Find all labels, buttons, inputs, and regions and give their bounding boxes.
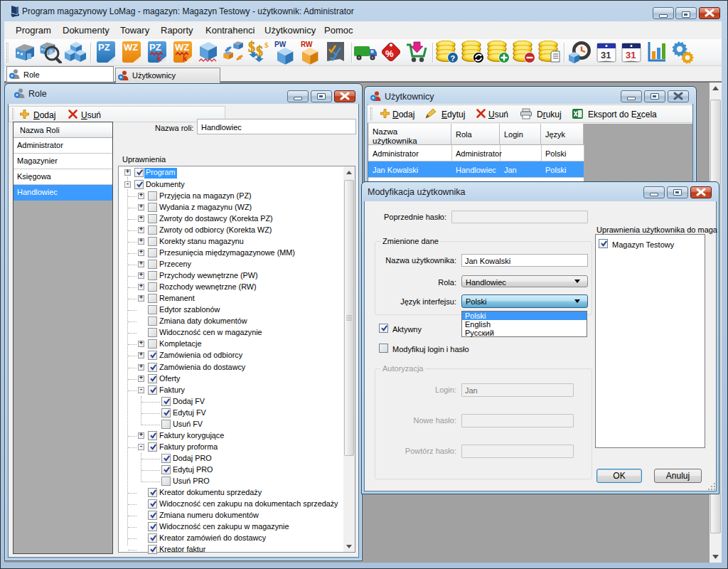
svg-text:31: 31 [601,50,611,60]
svg-text:%: % [385,48,394,59]
svg-text:PZ: PZ [98,42,110,53]
svg-text:PZ: PZ [149,42,161,53]
svg-text:PW: PW [274,41,287,48]
svg-text:WZ: WZ [175,42,189,53]
svg-text:k: k [157,54,162,63]
svg-text:31: 31 [626,50,636,60]
svg-text:RW: RW [301,41,313,48]
svg-text:k: k [183,54,188,63]
svg-text:$: $ [264,41,269,49]
svg-text:?: ? [451,54,456,63]
svg-text:WZ: WZ [124,42,138,53]
